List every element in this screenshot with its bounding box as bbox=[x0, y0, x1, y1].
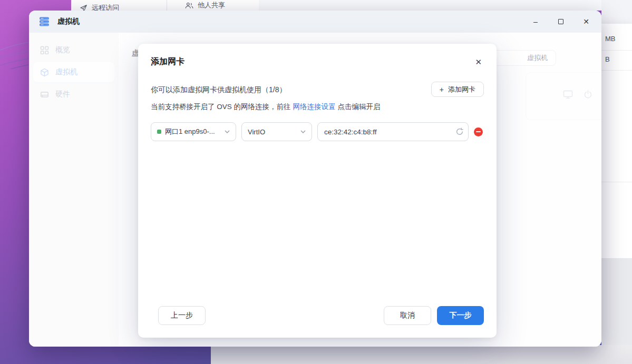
people-icon bbox=[185, 2, 193, 9]
app-logo-icon bbox=[38, 15, 51, 28]
port-select-value: 网口1 enp9s0-... bbox=[165, 127, 221, 136]
maximize-icon bbox=[558, 19, 563, 24]
regenerate-mac-icon[interactable] bbox=[455, 127, 464, 136]
cancel-button[interactable]: 取消 bbox=[384, 306, 431, 325]
tab-others-share-label: 他人共享 bbox=[198, 1, 225, 10]
note-text-post: 点击编辑开启 bbox=[338, 103, 381, 111]
background-window-top-strip bbox=[259, 0, 632, 11]
row-divider bbox=[601, 182, 632, 182]
row-divider bbox=[601, 50, 632, 51]
next-step-button[interactable]: 下一步 bbox=[437, 306, 484, 325]
add-nic-dialog: 添加网卡 ✕ 你可以添加虚拟网卡供虚拟机使用（1/8） + 添加网卡 当前支持桥… bbox=[138, 44, 497, 338]
screen: 远程访问 他人共享 MB B bbox=[0, 0, 632, 364]
previous-step-button[interactable]: 上一步 bbox=[158, 306, 206, 325]
right-window-row-mb: MB bbox=[605, 35, 616, 43]
tab-divider bbox=[167, 0, 167, 12]
dialog-title: 添加网卡 bbox=[151, 56, 184, 67]
driver-select-value: VirtIO bbox=[248, 128, 300, 136]
row-divider bbox=[601, 70, 632, 71]
window-title: 虚拟机 bbox=[57, 17, 80, 26]
maximize-button[interactable] bbox=[553, 14, 569, 29]
background-window-tabs: 远程访问 他人共享 bbox=[71, 0, 259, 12]
mac-address-input[interactable] bbox=[317, 122, 469, 141]
close-window-button[interactable]: ✕ bbox=[578, 14, 594, 29]
chevron-down-icon bbox=[225, 130, 230, 133]
background-right-window: MB B bbox=[601, 24, 632, 258]
port-select[interactable]: 网口1 enp9s0-... bbox=[151, 122, 236, 141]
driver-select[interactable]: VirtIO bbox=[241, 122, 312, 141]
dialog-subtitle: 你可以添加虚拟网卡供虚拟机使用（1/8） bbox=[151, 85, 286, 95]
tab-others-share[interactable]: 他人共享 bbox=[185, 1, 225, 10]
minimize-button[interactable]: – bbox=[528, 14, 543, 29]
remove-nic-button[interactable] bbox=[474, 127, 483, 136]
chevron-down-icon bbox=[300, 130, 306, 133]
titlebar[interactable]: 虚拟机 – ✕ bbox=[29, 11, 601, 33]
network-settings-link[interactable]: 网络连接设置 bbox=[293, 103, 336, 111]
dialog-close-icon[interactable]: ✕ bbox=[475, 57, 482, 67]
port-status-dot bbox=[157, 130, 161, 134]
background-right-window-top bbox=[601, 0, 632, 24]
plus-icon: + bbox=[440, 85, 444, 94]
dialog-note: 当前支持桥接开启了 OVS 的网络连接，前往网络连接设置点击编辑开启 bbox=[151, 102, 381, 112]
add-nic-button-label: 添加网卡 bbox=[448, 85, 475, 94]
add-nic-button[interactable]: + 添加网卡 bbox=[431, 82, 484, 97]
desktop-gray-area-bottom bbox=[211, 345, 632, 364]
minus-icon bbox=[476, 131, 481, 133]
note-text-pre: 当前支持桥接开启了 OVS 的网络连接，前往 bbox=[151, 103, 291, 111]
nic-row: 网口1 enp9s0-... VirtIO bbox=[151, 122, 483, 141]
right-window-row-b: B bbox=[605, 55, 610, 63]
